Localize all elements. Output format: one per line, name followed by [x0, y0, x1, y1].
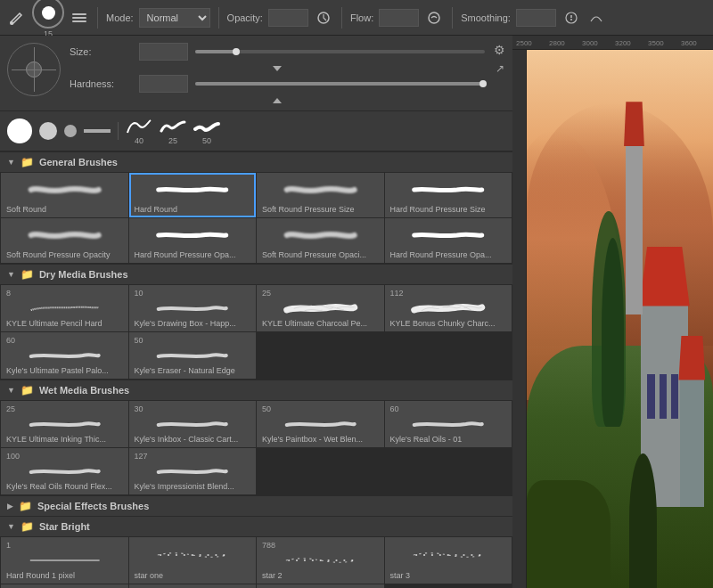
brush-item-name: star 2: [262, 571, 379, 580]
brush-item-hard-round-pressure-opa---[interactable]: Hard Round Pressure Opa...: [129, 218, 257, 263]
top-toolbar: 15 Mode: Normal Opacity: 100% Flow: 38% …: [0, 0, 713, 36]
svg-point-24: [343, 559, 345, 561]
section-arrow-star: ▼: [7, 522, 15, 531]
brush-item-star-4[interactable]: 1.star 4: [1, 584, 128, 588]
hardness-row: Hardness: 100%: [70, 75, 485, 93]
brush-item-hard-round-pressure-size[interactable]: Hard Round Pressure Size: [385, 173, 512, 217]
section-title-dry: Dry Media Brushes: [39, 269, 128, 280]
mode-select[interactable]: Normal: [139, 8, 210, 28]
section-arrow-special: ▶: [7, 502, 13, 510]
canvas-area: 2500280030003200350036003800: [512, 36, 713, 588]
section-header-special[interactable]: ▶📁Special Effects Brushes: [0, 495, 512, 516]
svg-point-27: [423, 554, 425, 556]
size-slider-container[interactable]: [195, 50, 485, 53]
smoothing-input[interactable]: 0%: [516, 9, 556, 27]
section-title-wet: Wet Media Brushes: [39, 385, 129, 396]
opacity-pressure-icon[interactable]: [314, 8, 333, 28]
brush-item-kyle-s-paintbox---wet-blen---[interactable]: 50Kyle's Paintbox - Wet Blen...: [257, 401, 384, 447]
brush-settings-icon[interactable]: [70, 8, 89, 28]
brush-item-kyle-ultimate-charcoal-pe---[interactable]: 25KYLE Ultimate Charcoal Pe...: [257, 285, 384, 331]
brush-item-name: Hard Round 1 pixel: [6, 571, 123, 580]
ruler-mark: 3500: [648, 39, 681, 47]
section-header-dry[interactable]: ▼📁Dry Media Brushes: [0, 264, 512, 284]
opacity-input[interactable]: 100%: [268, 9, 308, 27]
brush-item-hard-round-1-pixel[interactable]: 1Hard Round 1 pixel: [1, 537, 128, 584]
brush-item-kyle-s-real-oils---01[interactable]: 60Kyle's Real Oils - 01: [385, 401, 512, 447]
hardness-slider-container[interactable]: [195, 82, 485, 86]
brush-item-kyle-s-drawing-box---happ---[interactable]: 10Kyle's Drawing Box - Happ...: [129, 285, 257, 331]
brush-item-star-3[interactable]: star 3: [385, 537, 512, 584]
brush-item-kyle-ultimate-inking-thic---[interactable]: 25KYLE Ultimate Inking Thic...: [1, 401, 128, 447]
section-header-star[interactable]: ▼📁Star Bright: [0, 516, 512, 536]
sample-circle-medium[interactable]: [39, 122, 57, 140]
size-slider-track: [195, 50, 485, 53]
brush-item-num: 25: [262, 289, 379, 298]
separator-3: [341, 7, 342, 29]
section-folder-icon-special: 📁: [19, 500, 32, 512]
hardness-label: Hardness:: [70, 78, 132, 89]
brush-grid-wet: 25KYLE Ultimate Inking Thic...30Kyle's I…: [0, 400, 512, 495]
brush-item-hard-round[interactable]: Hard Round: [129, 173, 257, 217]
brush-item-star-2[interactable]: 788star 2: [257, 537, 384, 584]
flow-pressure-icon[interactable]: [424, 8, 444, 28]
brush-item-kyle-s-eraser---natural-edge[interactable]: 50Kyle's Eraser - Natural Edge: [129, 332, 257, 379]
svg-point-28: [431, 554, 433, 556]
brush-item-name: Soft Round Pressure Size: [262, 205, 379, 214]
brush-item-name: Kyle's Real Oils Round Flex...: [6, 482, 123, 491]
brush-item-name: Hard Round Pressure Opa...: [390, 250, 507, 259]
svg-rect-1: [72, 13, 86, 15]
brush-item-kyle-s-impressionist-blend---[interactable]: 127Kyle's Impressionist Blend...: [129, 448, 257, 494]
brush-item-kyle-s-ultimate-pastel-palo---[interactable]: 60Kyle's Ultimate Pastel Palo...: [1, 332, 128, 379]
brush-item-name: Kyle's Real Oils - 01: [390, 435, 507, 444]
sample-circle-small[interactable]: [64, 125, 77, 137]
flow-label: Flow:: [350, 12, 373, 23]
brush-item-hard-round-pressure-opa---[interactable]: Hard Round Pressure Opa...: [385, 218, 512, 263]
brush-item-name: Kyle's Eraser - Natural Edge: [135, 366, 251, 375]
sample-line[interactable]: [84, 129, 111, 133]
special-brush-2[interactable]: 25: [160, 117, 186, 145]
special-brush-3[interactable]: 50: [193, 117, 220, 145]
brush-item-kyle-s-inkbox---classic-cart---[interactable]: 30Kyle's Inkbox - Classic Cart...: [129, 401, 257, 447]
brush-item-num: 10: [135, 289, 251, 298]
brush-item-num: 25: [6, 404, 123, 413]
brush-item-soft-round-pressure-opaci---[interactable]: Soft Round Pressure Opaci...: [257, 218, 384, 263]
artwork-canvas[interactable]: [527, 50, 713, 588]
section-header-general[interactable]: ▼📁General Brushes: [0, 151, 512, 172]
brush-tool-icon[interactable]: [7, 8, 27, 28]
brush-size-control[interactable]: 15: [32, 0, 64, 38]
svg-point-29: [439, 554, 441, 556]
size-field[interactable]: 15 px: [139, 43, 188, 61]
svg-point-10: [176, 554, 177, 556]
settings-extra-icon[interactable]: ↗: [496, 62, 504, 75]
brush-item-soft-round-pressure-size[interactable]: Soft Round Pressure Size: [257, 173, 384, 217]
ruler-top: 2500280030003200350036003800: [512, 36, 713, 50]
svg-point-20: [311, 559, 313, 561]
smoothing-settings-icon[interactable]: [561, 8, 581, 28]
brush-item-soft-round[interactable]: Soft Round: [1, 173, 128, 217]
brush-item-kyle-s-real-oils-round-flex---[interactable]: 100Kyle's Real Oils Round Flex...: [1, 448, 128, 494]
svg-rect-2: [72, 17, 86, 19]
flow-input[interactable]: 38%: [379, 9, 419, 27]
brush-item-name: KYLE Ultimate Charcoal Pe...: [262, 319, 379, 328]
size-row: Size: 15 px: [70, 43, 485, 61]
opacity-label: Opacity:: [227, 12, 263, 23]
brush-item-star-6[interactable]: 1.star 6: [257, 584, 384, 588]
settings-gear-icon[interactable]: ⚙: [494, 43, 505, 57]
brush-item-soft-round-pressure-opacity[interactable]: Soft Round Pressure Opacity: [1, 218, 128, 263]
sample-circle-large[interactable]: [7, 118, 32, 143]
ruler-mark: 3200: [615, 39, 648, 47]
special-brush-1[interactable]: 40: [126, 117, 152, 145]
section-general: ▼📁General BrushesSoft RoundHard RoundSof…: [0, 151, 512, 264]
hardness-slider-track: [195, 82, 485, 86]
hardness-field[interactable]: 100%: [139, 75, 188, 93]
brush-item-star-one[interactable]: star one: [129, 537, 257, 584]
svg-rect-3: [72, 20, 86, 22]
samples-sep: [118, 122, 119, 140]
pressure-icon[interactable]: [586, 8, 606, 28]
brush-item-name: Hard Round Pressure Opa...: [135, 250, 251, 259]
brush-item-kyle-bonus-chunky-charc---[interactable]: 112KYLE Bonus Chunky Charc...: [385, 285, 512, 331]
brush-item-kyle-ultimate-pencil-hard[interactable]: 8KYLE Ultimate Pencil Hard: [1, 285, 128, 331]
ruler-left: [512, 50, 527, 588]
brush-item-star-5[interactable]: 1.star 5: [129, 584, 257, 588]
section-header-wet[interactable]: ▼📁Wet Media Brushes: [0, 380, 512, 400]
